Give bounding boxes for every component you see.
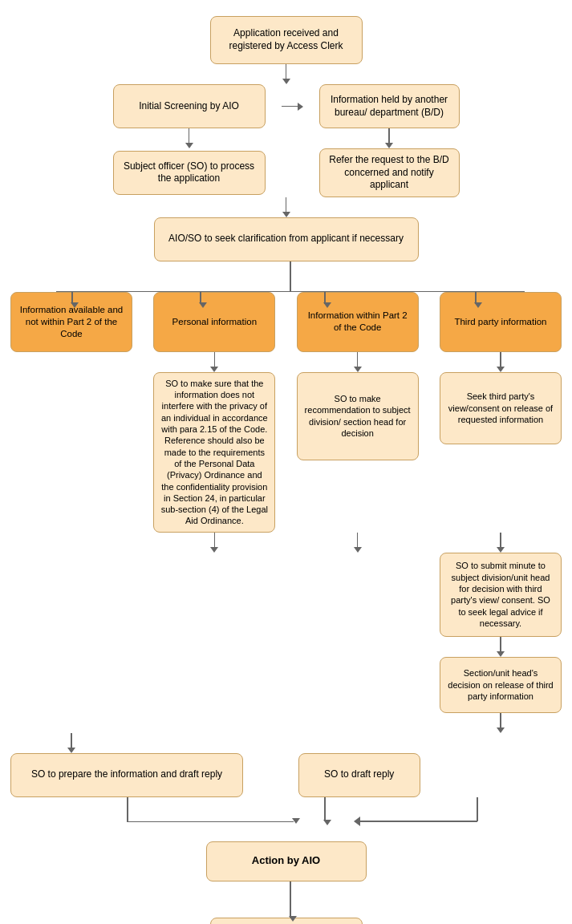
arrow-3 — [4, 197, 568, 217]
row-5: Information available and not within Par… — [4, 292, 568, 352]
row-6: SO to make sure that the information doe… — [4, 372, 568, 533]
row-5-arrows — [4, 352, 568, 372]
box-initial-screening: Initial Screening by AIO — [113, 84, 266, 128]
row-11: Action by AIO — [4, 841, 568, 881]
box-action-by-aio: Action by AIO — [206, 841, 367, 881]
row-3: Subject officer (SO) to process the appl… — [4, 148, 568, 197]
row-4: AIO/SO to seek clarification from applic… — [4, 217, 568, 261]
box-subject-officer: Subject officer (SO) to process the appl… — [113, 151, 266, 195]
arrow-right-screening — [282, 103, 303, 111]
box-so-draft-reply: SO to draft reply — [298, 753, 420, 797]
arrow-1 — [4, 64, 568, 84]
row-9 — [4, 733, 568, 753]
action-aio-arrows — [4, 881, 572, 918]
row-7: SO to submit minute to subject division/… — [4, 553, 568, 637]
box-personal-info: Personal information — [153, 292, 275, 352]
row-10: SO to prepare the information and draft … — [4, 753, 568, 797]
box-seek-third-party: Seek third party's view/consent on relea… — [440, 372, 562, 444]
split-arrows — [4, 261, 572, 292]
box-so-prepare-draft: SO to prepare the information and draft … — [10, 753, 243, 797]
row-2: Initial Screening by AIO Information hel… — [4, 84, 568, 128]
row-6-arrows — [4, 533, 568, 553]
box-so-make-recommendation: SO to make recommendation to subject div… — [297, 372, 419, 460]
box-section-head-decision: Section/unit head's decision on release … — [440, 657, 562, 713]
box-so-submit-minute: SO to submit minute to subject division/… — [440, 553, 562, 637]
row-1: Application received and registered by A… — [4, 8, 568, 64]
box-charges: Charges — [210, 918, 363, 924]
row-8: Section/unit head's decision on release … — [4, 657, 568, 713]
row-2-arrows — [4, 128, 568, 148]
box-application-received: Application received and registered by A… — [210, 16, 363, 64]
box-third-party: Third party information — [440, 292, 562, 352]
row-8-arrow — [4, 713, 568, 733]
converge-arrows — [4, 797, 572, 841]
row-12: Charges — [4, 918, 568, 924]
flowchart: Application received and registered by A… — [0, 0, 572, 924]
row-7-arrow — [4, 637, 568, 657]
box-info-held-bureau: Information held by another bureau/ depa… — [319, 84, 460, 128]
box-so-make-sure: SO to make sure that the information doe… — [153, 372, 275, 533]
box-aio-seek: AIO/SO to seek clarification from applic… — [154, 217, 419, 261]
box-refer-request: Refer the request to the B/D concerned a… — [319, 148, 460, 197]
box-info-within-part2: Information within Part 2 of the Code — [297, 292, 419, 352]
